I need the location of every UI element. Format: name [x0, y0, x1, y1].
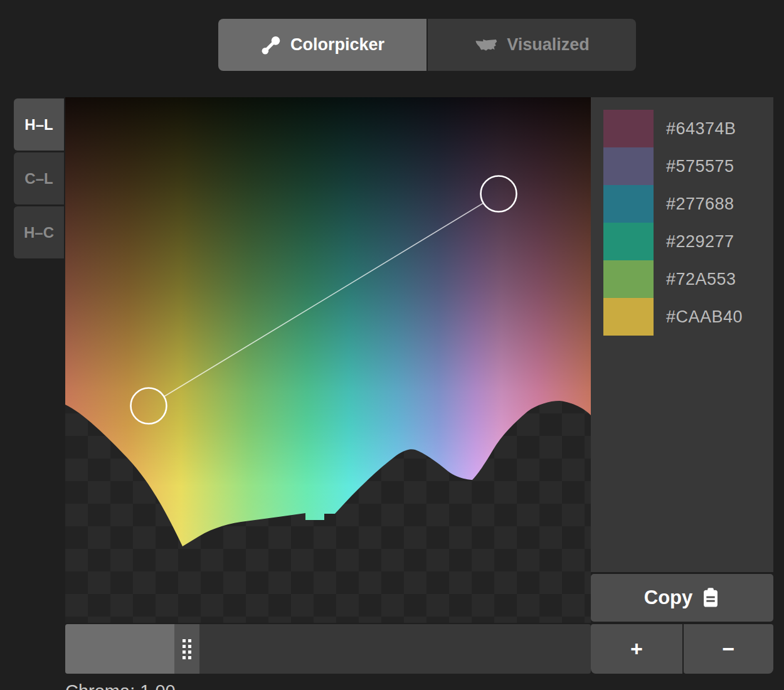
copy-button-label: Copy	[644, 586, 693, 609]
color-swatch	[603, 260, 654, 298]
tab-colorpicker[interactable]: Colorpicker	[218, 19, 426, 71]
add-color-label: +	[630, 637, 643, 661]
swatch-hex-label: #277688	[666, 194, 734, 214]
us-map-icon	[474, 36, 498, 54]
drag-grip-icon	[183, 639, 191, 659]
swatch-row: #229277	[591, 223, 773, 260]
color-field[interactable]	[65, 97, 591, 623]
swatch-row: #72A553	[591, 260, 773, 298]
color-swatch	[603, 147, 654, 185]
chroma-slider-track[interactable]	[65, 624, 591, 674]
color-swatch	[603, 110, 654, 147]
remove-color-button[interactable]: −	[684, 624, 773, 674]
mode-tab-c-l[interactable]: C–L	[14, 152, 64, 204]
clipboard-icon	[701, 587, 720, 608]
view-tabs: Colorpicker Visualized	[218, 19, 636, 71]
mode-tab-h-l[interactable]: H–L	[14, 98, 64, 151]
gamut-mask-mountains	[65, 401, 591, 623]
axis-mode-tabs: H–L C–L H–C	[14, 98, 64, 260]
mode-tab-c-l-label: C–L	[24, 170, 53, 188]
chroma-slider-fill	[65, 624, 174, 674]
swatch-hex-label: #CAAB40	[666, 307, 743, 327]
tab-visualized-label: Visualized	[507, 35, 590, 55]
color-swatch	[603, 298, 654, 336]
swatch-hex-label: #229277	[666, 232, 734, 252]
mode-tab-h-c[interactable]: H–C	[14, 206, 64, 258]
hcl-colorpicker-app: Colorpicker Visualized H–L C–L H–C	[0, 0, 784, 690]
link-handles-icon	[260, 34, 282, 56]
tab-colorpicker-label: Colorpicker	[290, 35, 384, 55]
tab-visualized[interactable]: Visualized	[428, 19, 636, 71]
swatch-list: #64374B #575575 #277688 #229277 #72A553 …	[591, 97, 773, 336]
swatch-hex-label: #575575	[666, 157, 734, 176]
swatch-hex-label: #72A553	[666, 270, 736, 289]
swatch-row: #575575	[591, 147, 773, 185]
remove-color-label: −	[723, 637, 735, 661]
mode-tab-h-c-label: H–C	[24, 224, 54, 242]
scale-end-handle[interactable]	[481, 176, 517, 212]
swatch-row: #CAAB40	[591, 298, 773, 336]
swatch-hex-label: #64374B	[666, 119, 736, 139]
chroma-slider-handle[interactable]	[174, 624, 199, 674]
color-swatch	[603, 185, 654, 223]
chroma-value-label: Chroma: 1.00	[65, 681, 176, 690]
add-color-button[interactable]: +	[591, 624, 682, 674]
scale-start-handle[interactable]	[131, 388, 167, 424]
swatch-row: #64374B	[591, 110, 773, 147]
mode-tab-h-l-label: H–L	[24, 116, 53, 134]
swatch-row: #277688	[591, 185, 773, 223]
palette-panel: #64374B #575575 #277688 #229277 #72A553 …	[591, 97, 773, 572]
handle-connector-line	[164, 203, 483, 396]
color-swatch	[603, 223, 654, 260]
copy-button[interactable]: Copy	[591, 574, 773, 622]
